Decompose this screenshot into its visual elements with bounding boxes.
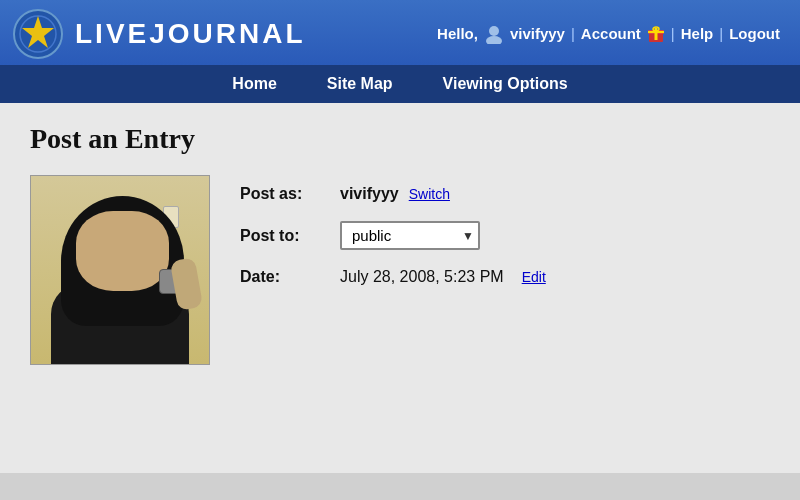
page-title: Post an Entry bbox=[30, 123, 770, 155]
help-link[interactable]: Help bbox=[681, 25, 714, 42]
site-logo-text: LIVEJOURNAL bbox=[75, 18, 306, 50]
post-as-value: vivifyyy Switch bbox=[340, 185, 450, 203]
lj-logo-icon bbox=[10, 6, 70, 61]
form-fields: Post as: vivifyyy Switch Post to: public… bbox=[240, 175, 770, 304]
svg-point-4 bbox=[486, 36, 502, 44]
logo-area: LIVEJOURNAL bbox=[10, 6, 306, 61]
date-edit-link[interactable]: Edit bbox=[522, 269, 546, 285]
post-layout: Post as: vivifyyy Switch Post to: public… bbox=[30, 175, 770, 365]
nav-home[interactable]: Home bbox=[232, 75, 276, 93]
user-icon bbox=[484, 24, 504, 44]
switch-link[interactable]: Switch bbox=[409, 186, 450, 202]
post-to-select-wrapper: public friends private custom ▼ bbox=[340, 221, 480, 250]
content-area: Post an Entry bbox=[0, 103, 800, 473]
hello-text: Hello, bbox=[437, 25, 478, 42]
post-as-label: Post as: bbox=[240, 185, 340, 203]
main-nav: Home Site Map Viewing Options bbox=[0, 65, 800, 103]
nav-viewing-options[interactable]: Viewing Options bbox=[443, 75, 568, 93]
nav-sitemap[interactable]: Site Map bbox=[327, 75, 393, 93]
logout-link[interactable]: Logout bbox=[729, 25, 780, 42]
logo-bar: LIVEJOURNAL Hello, vivifyyy | Account | … bbox=[0, 0, 800, 65]
svg-rect-7 bbox=[654, 28, 657, 40]
post-as-username: vivifyyy bbox=[340, 185, 399, 203]
post-to-label: Post to: bbox=[240, 227, 340, 245]
top-banner: LIVEJOURNAL Hello, vivifyyy | Account | … bbox=[0, 0, 800, 103]
gift-icon bbox=[647, 25, 665, 43]
post-to-select[interactable]: public friends private custom bbox=[340, 221, 480, 250]
date-label: Date: bbox=[240, 268, 340, 286]
avatar bbox=[30, 175, 210, 365]
post-to-row: Post to: public friends private custom ▼ bbox=[240, 221, 770, 250]
date-value: July 28, 2008, 5:23 PM Edit bbox=[340, 268, 546, 286]
post-to-value: public friends private custom ▼ bbox=[340, 221, 480, 250]
account-link[interactable]: Account bbox=[581, 25, 641, 42]
date-row: Date: July 28, 2008, 5:23 PM Edit bbox=[240, 268, 770, 286]
post-as-row: Post as: vivifyyy Switch bbox=[240, 185, 770, 203]
user-nav: Hello, vivifyyy | Account | Help | Logou… bbox=[437, 24, 780, 44]
date-text: July 28, 2008, 5:23 PM bbox=[340, 268, 504, 286]
username-link[interactable]: vivifyyy bbox=[510, 25, 565, 42]
svg-point-3 bbox=[489, 26, 499, 36]
